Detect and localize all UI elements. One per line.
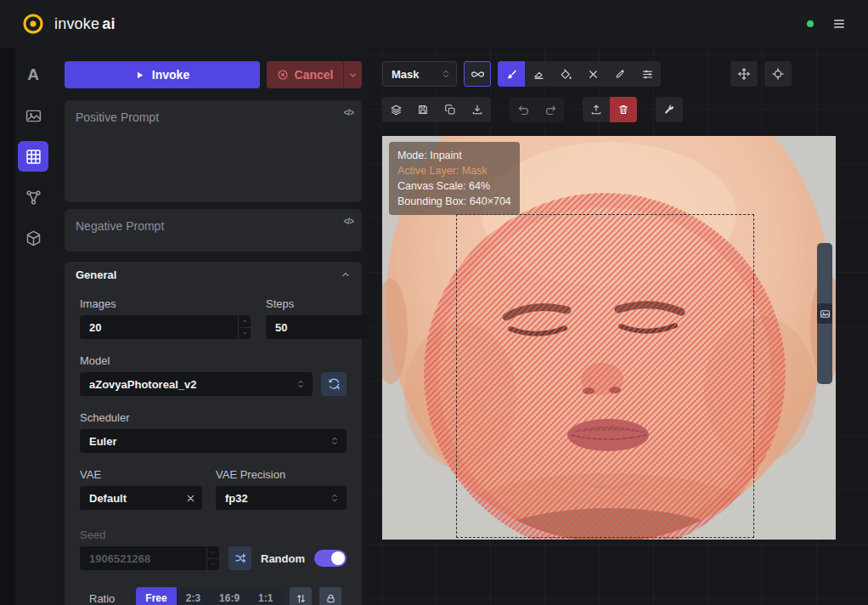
decrement-button xyxy=(207,559,219,571)
positive-prompt-box: </> xyxy=(65,100,362,202)
increment-button xyxy=(207,546,219,559)
model-label: Model xyxy=(80,354,347,367)
model-selected-value: aZovyaPhotoreal_v2 xyxy=(89,378,296,391)
scheduler-select[interactable]: Euler xyxy=(80,429,347,453)
gallery-panel-handle[interactable] xyxy=(817,243,832,384)
copy-to-clipboard-button[interactable] xyxy=(437,97,464,122)
tool-options-button[interactable] xyxy=(634,61,661,87)
chevron-down-icon xyxy=(348,71,358,80)
brush-icon xyxy=(505,68,518,81)
cancel-button[interactable]: Cancel xyxy=(267,61,343,88)
brush-tool-button[interactable] xyxy=(498,61,525,87)
preserve-mask-button[interactable] xyxy=(464,61,491,87)
ratio-field: Ratio Free 2:3 16:9 1:1 xyxy=(80,587,347,605)
ratio-1-1-button[interactable]: 1:1 xyxy=(249,587,282,605)
clear-mask-button[interactable] xyxy=(579,61,606,87)
upload-icon xyxy=(590,104,602,116)
ratio-free-button[interactable]: Free xyxy=(136,587,176,605)
eraser-tool-button[interactable] xyxy=(525,61,552,87)
vae-precision-select[interactable]: fp32 xyxy=(216,486,347,510)
lock-aspect-button[interactable] xyxy=(319,587,341,605)
clear-vae-button[interactable] xyxy=(186,494,195,503)
queue-controls: Invoke Cancel xyxy=(65,61,362,88)
tab-nodes[interactable] xyxy=(18,182,48,212)
ratio-label: Ratio xyxy=(89,592,115,605)
parameters-panel: Invoke Cancel </> </> General xyxy=(65,61,362,605)
canvas-area[interactable]: Mode: Inpaint Active Layer: Mask Canvas … xyxy=(369,48,868,605)
model-field: Model aZovyaPhotoreal_v2 xyxy=(80,354,347,396)
tab-models[interactable] xyxy=(18,223,48,253)
general-title: General xyxy=(76,269,116,281)
cancel-options-button[interactable] xyxy=(343,61,362,88)
nodes-icon xyxy=(25,189,42,206)
reset-view-button[interactable] xyxy=(764,61,792,87)
canvas-file-group xyxy=(382,97,491,122)
scheduler-field: Scheduler Euler xyxy=(80,411,347,453)
layer-select[interactable]: Mask xyxy=(382,61,457,87)
seed-label: Seed xyxy=(80,529,347,541)
invoke-app: invokeai A xyxy=(0,0,868,605)
sliders-icon xyxy=(641,68,654,81)
general-accordion-header[interactable]: General xyxy=(65,262,362,287)
upload-image-button[interactable] xyxy=(583,97,610,122)
seed-stepper xyxy=(206,546,219,570)
images-value-input[interactable] xyxy=(80,315,238,339)
cancel-circle-icon xyxy=(277,69,289,81)
prompt-embed-icon[interactable]: </> xyxy=(344,217,353,226)
layers-button[interactable] xyxy=(382,97,409,122)
random-seed-toggle[interactable] xyxy=(314,550,347,567)
positive-prompt-input[interactable] xyxy=(65,100,362,202)
refresh-icon xyxy=(328,378,341,391)
x-icon xyxy=(588,69,599,80)
play-icon xyxy=(135,71,144,80)
vae-precision-field: VAE Precision fp32 xyxy=(216,468,347,510)
tab-text-to-image[interactable]: A xyxy=(18,59,48,90)
tab-image-to-image[interactable] xyxy=(18,100,48,131)
swap-dimensions-button[interactable] xyxy=(290,587,312,605)
decrement-button[interactable] xyxy=(239,328,251,340)
undo-button[interactable] xyxy=(510,97,537,122)
negative-prompt-input[interactable] xyxy=(65,209,362,252)
settings-menu-button[interactable] xyxy=(832,17,846,31)
negative-prompt-box: </> xyxy=(65,209,362,252)
vae-label: VAE xyxy=(80,468,202,481)
scheduler-selected-value: Euler xyxy=(89,435,330,448)
show-gallery-button[interactable] xyxy=(817,303,832,324)
vae-precision-selected-value: fp32 xyxy=(225,492,330,505)
color-picker-button[interactable] xyxy=(606,61,634,87)
redo-button[interactable] xyxy=(537,97,564,122)
invoke-button[interactable]: Invoke xyxy=(65,61,260,88)
tab-unified-canvas[interactable] xyxy=(18,141,48,172)
upload-clear-group xyxy=(583,97,637,122)
sampler-fields: Images Steps xyxy=(80,297,347,339)
clear-canvas-button[interactable] xyxy=(610,97,637,122)
eyedropper-icon xyxy=(614,68,626,80)
app-title: invokeai xyxy=(54,15,116,33)
canvas-view-controls xyxy=(730,61,792,87)
info-canvas-scale: Canvas Scale: 64% xyxy=(397,178,511,194)
canvas-settings-button[interactable] xyxy=(656,97,683,122)
layer-selected-value: Mask xyxy=(392,68,441,81)
model-select[interactable]: aZovyaPhotoreal_v2 xyxy=(80,372,313,396)
refresh-models-button[interactable] xyxy=(321,372,347,396)
ratio-2-3-button[interactable]: 2:3 xyxy=(177,587,210,605)
eraser-icon xyxy=(533,68,545,81)
vae-selected-value: Default xyxy=(89,492,186,505)
download-image-button[interactable] xyxy=(464,97,491,122)
canvas-image[interactable]: Mode: Inpaint Active Layer: Mask Canvas … xyxy=(382,136,836,540)
prompt-embed-icon[interactable]: </> xyxy=(344,108,353,117)
download-icon xyxy=(471,104,483,116)
chevron-up-icon xyxy=(341,269,351,280)
move-tool-button[interactable] xyxy=(730,61,758,87)
save-canvas-button[interactable] xyxy=(409,97,437,122)
bounding-box[interactable] xyxy=(456,214,754,538)
canvas-toolbar-top: Mask xyxy=(382,61,661,87)
images-field: Images xyxy=(80,297,251,339)
increment-button[interactable] xyxy=(239,315,251,328)
shuffle-seed-button[interactable] xyxy=(228,546,251,570)
general-section: General Images xyxy=(65,262,362,605)
fill-tool-button[interactable] xyxy=(552,61,579,87)
cube-icon xyxy=(25,229,42,247)
ratio-16-9-button[interactable]: 16:9 xyxy=(210,587,249,605)
vae-select[interactable]: Default xyxy=(80,486,202,510)
